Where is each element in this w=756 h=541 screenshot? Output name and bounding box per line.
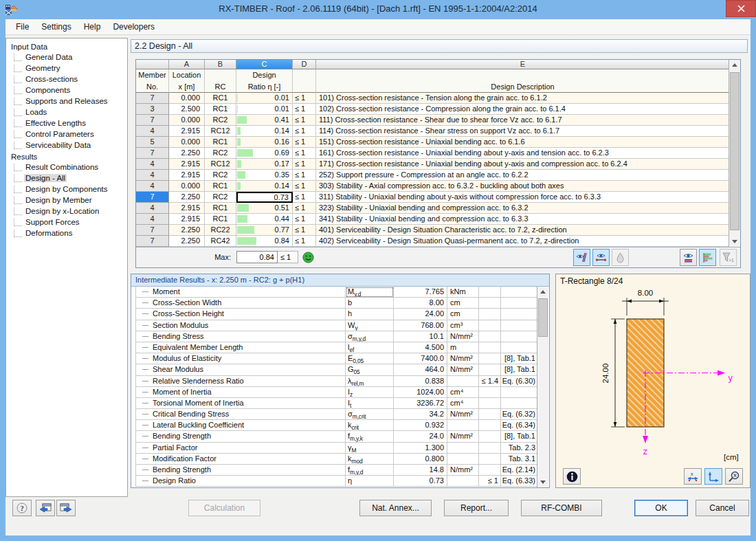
symbol-cell[interactable]: h [346, 309, 394, 320]
show-design-on-members-button[interactable] [573, 249, 590, 266]
sidebar-item-components[interactable]: Components [6, 86, 127, 97]
sidebar-item-supports-and-releases[interactable]: Supports and Releases [6, 97, 127, 108]
intermediate-row[interactable]: Moment of InertiaIz1024.00cm⁴ [135, 387, 538, 398]
cancel-button[interactable]: Cancel [696, 500, 749, 516]
scrollbar-thumb[interactable] [730, 72, 740, 230]
ratio-cell[interactable]: 0.44 [236, 214, 293, 225]
calculation-button[interactable]: Calculation [188, 500, 260, 516]
symbol-cell[interactable]: E0,05 [346, 353, 394, 364]
intermediate-row[interactable]: Bending Stressσm,y,d10.1N/mm² [135, 331, 538, 342]
ratio-cell[interactable]: 0.01 [236, 93, 293, 104]
scroll-up-icon[interactable] [537, 287, 548, 297]
intermediate-row[interactable]: Modulus of ElasticityE0,057400.0N/mm²[8]… [135, 353, 538, 364]
intermediate-row[interactable]: Lateral Buckling Coefficientkcrit0.932Eq… [135, 420, 538, 431]
intermediate-scrollbar[interactable] [537, 287, 548, 487]
intermediate-row[interactable]: Equivalent Member Lengthlef4.500m [135, 342, 538, 353]
design-row[interactable]: 50.000RC10.16≤ 1151) Cross-section resis… [136, 137, 730, 148]
intermediate-row[interactable]: Section ModulusWy768.00cm³ [135, 320, 538, 331]
intermediate-row[interactable]: Cross-Section Heighth24.00cm [135, 309, 538, 320]
filter-ratio-greater-1-button[interactable]: >1 [720, 249, 737, 266]
dimension-lines-button[interactable]: x [684, 468, 702, 485]
menu-file[interactable]: File [10, 21, 35, 33]
column-letter-e[interactable]: E [316, 60, 730, 69]
sidebar-item-result-combinations[interactable]: Result Combinations [6, 163, 127, 174]
show-member-view-button[interactable] [592, 249, 610, 266]
intermediate-row[interactable]: Shear ModulusG05464.0N/mm²[8], Tab.1 [135, 364, 538, 375]
symbol-cell[interactable]: σm,y,d [346, 331, 394, 342]
ratio-cell[interactable]: 0.01 [236, 104, 293, 115]
ratio-cell[interactable]: 0.14 [236, 181, 293, 192]
design-row[interactable]: 70.000RC20.41≤ 1111) Cross-section resis… [136, 115, 730, 126]
member-cell[interactable]: 4 [136, 126, 169, 137]
column-letter-blank[interactable] [136, 60, 169, 69]
sidebar-item-design-by-components[interactable]: Design by Components [6, 185, 127, 196]
ratio-cell[interactable]: 0.77 [236, 225, 293, 236]
column-letter-b[interactable]: B [205, 60, 236, 69]
column-letter-a[interactable]: A [169, 60, 205, 69]
nat-annex-button[interactable]: Nat. Annex... [359, 500, 432, 516]
design-row[interactable]: 42.915RC10.51≤ 1323) Stability - Uniaxia… [136, 203, 730, 214]
symbol-cell[interactable]: kmod [346, 454, 394, 465]
ratio-cell[interactable]: 0.73 [236, 192, 293, 203]
member-cell[interactable]: 5 [136, 137, 169, 148]
sidebar-item-deformations[interactable]: Deformations [6, 229, 127, 240]
scroll-down-icon[interactable] [537, 477, 548, 487]
design-row[interactable]: 72.250RC420.84≤ 1402) Serviceability - D… [136, 236, 730, 247]
intermediate-row[interactable]: Partial FactorγM1.300Tab. 2.3 [135, 443, 538, 454]
member-cell[interactable]: 7 [136, 236, 169, 247]
sidebar-item-design-by-x-location[interactable]: Design by x-Location [6, 207, 127, 218]
rf-combi-button[interactable]: RF-COMBI [521, 500, 602, 516]
member-cell[interactable]: 3 [136, 104, 169, 115]
member-cell[interactable]: 4 [136, 214, 169, 225]
member-cell[interactable]: 7 [136, 225, 169, 236]
next-window-button[interactable] [56, 500, 76, 516]
menu-developers[interactable]: Developers [107, 21, 161, 33]
axes-toggle-button[interactable] [704, 468, 722, 485]
design-row[interactable]: 72.250RC220.77≤ 1401) Serviceability - D… [136, 225, 730, 236]
member-cell[interactable]: 4 [136, 170, 169, 181]
intermediate-row[interactable]: MomentMy,d7.765kNm [135, 287, 538, 298]
ratio-cell[interactable]: 0.14 [236, 126, 293, 137]
sidebar-item-geometry[interactable]: Geometry [6, 64, 127, 75]
sidebar-item-cross-sections[interactable]: Cross-sections [6, 75, 127, 86]
intermediate-row[interactable]: Bending Strengthfm,y,k24.0N/mm²[8], Tab.… [135, 431, 538, 442]
symbol-cell[interactable]: fm,y,k [346, 431, 394, 442]
symbol-cell[interactable]: My,d [346, 287, 394, 298]
column-letter-c-selected[interactable]: C [236, 60, 293, 69]
symbol-cell[interactable]: σm,crit [346, 409, 394, 420]
intermediate-row[interactable]: Torsional Moment of InertiaIt3236.72cm⁴ [135, 398, 538, 409]
show-result-bars-button[interactable] [699, 249, 716, 266]
member-cell[interactable]: 4 [136, 181, 169, 192]
symbol-cell[interactable]: fm,y,d [346, 465, 394, 476]
scroll-up-icon[interactable] [729, 60, 740, 70]
member-cell[interactable]: 7 [136, 93, 169, 104]
design-row[interactable]: 42.915RC120.14≤ 1114) Cross-section resi… [136, 126, 730, 137]
close-button[interactable] [726, 0, 756, 17]
sidebar-group-input-data[interactable]: Input Data [6, 42, 127, 53]
member-cell[interactable]: 4 [136, 159, 169, 170]
info-button[interactable] [563, 468, 581, 485]
sidebar-group-results[interactable]: Results [6, 152, 127, 163]
ok-button[interactable]: OK [634, 500, 688, 516]
sidebar-item-design-all[interactable]: Design - All [6, 174, 127, 185]
zoom-cross-section-button[interactable] [725, 468, 743, 485]
ratio-cell[interactable]: 0.51 [236, 203, 293, 214]
intermediate-row[interactable]: Bending Strengthfm,y,d14.8N/mm²Eq. (2.14… [135, 465, 538, 476]
scrollbar-thumb[interactable] [538, 298, 548, 337]
design-row[interactable]: 72.250RC20.73≤ 1311) Stability - Uniaxia… [136, 192, 730, 203]
design-row[interactable]: 40.000RC10.14≤ 1303) Stability - Axial c… [136, 181, 730, 192]
sidebar-item-serviceability-data[interactable]: Serviceability Data [6, 141, 127, 152]
sidebar-item-general-data[interactable]: General Data [6, 53, 127, 64]
intermediate-row[interactable]: Relative Slenderness Ratioλrel,m0.838≤ 1… [135, 376, 538, 387]
sidebar-item-design-by-member[interactable]: Design by Member [6, 196, 127, 207]
design-row[interactable]: 70.000RC10.01≤ 1101) Cross-section resis… [136, 93, 730, 104]
sidebar-item-support-forces[interactable]: Support Forces [6, 218, 127, 229]
menu-help[interactable]: Help [78, 21, 107, 33]
member-cell[interactable]: 7 [136, 115, 169, 126]
design-row[interactable]: 42.915RC10.44≤ 1341) Stability - Uniaxia… [136, 214, 730, 225]
design-row[interactable]: 42.915RC120.17≤ 1171) Cross-section resi… [136, 159, 730, 170]
symbol-cell[interactable]: Iz [346, 387, 394, 398]
ratio-cell[interactable]: 0.84 [236, 236, 293, 247]
ratio-cell[interactable]: 0.17 [236, 159, 293, 170]
design-row[interactable]: 32.500RC10.01≤ 1102) Cross-section resis… [136, 104, 730, 115]
